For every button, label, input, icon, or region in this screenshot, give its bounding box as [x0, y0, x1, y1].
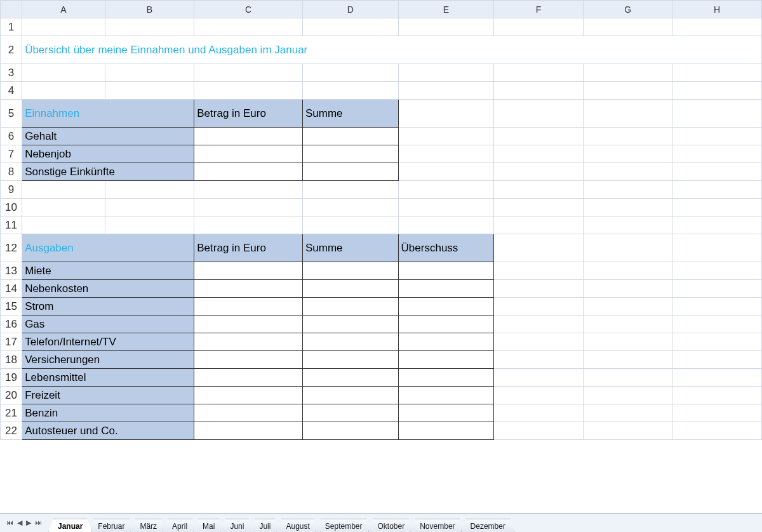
einnahmen-col-betrag[interactable]: Betrag in Euro: [194, 100, 303, 128]
cell[interactable]: [398, 351, 494, 369]
ausgaben-label[interactable]: Telefon/Internet/TV: [22, 333, 194, 351]
col-header[interactable]: E: [398, 1, 494, 18]
cell[interactable]: [194, 422, 303, 440]
cell[interactable]: [302, 387, 398, 404]
cell[interactable]: [398, 422, 494, 440]
cell[interactable]: [398, 333, 494, 351]
ausgaben-label[interactable]: Nebenkosten: [22, 280, 194, 298]
row-header[interactable]: 7: [1, 145, 22, 163]
row-header[interactable]: 3: [1, 64, 22, 82]
cell[interactable]: [194, 262, 303, 280]
row-header[interactable]: 9: [1, 181, 22, 199]
row-header[interactable]: 12: [1, 234, 22, 262]
sheet-tab-mai[interactable]: Mai: [193, 519, 224, 532]
sheet-tab-september[interactable]: September: [316, 519, 372, 532]
column-headers[interactable]: A B C D E F G H: [1, 1, 762, 18]
cell[interactable]: [194, 351, 303, 369]
cell[interactable]: [398, 387, 494, 404]
sheet-tab-april[interactable]: April: [163, 519, 197, 532]
sheet-tab-august[interactable]: August: [276, 519, 319, 532]
select-all-corner[interactable]: [1, 1, 22, 18]
cell[interactable]: [302, 351, 398, 369]
ausgaben-label[interactable]: Versicherungen: [22, 351, 194, 369]
row-header[interactable]: 20: [1, 387, 22, 404]
cell[interactable]: [194, 145, 303, 163]
cell[interactable]: [194, 387, 303, 404]
row-header[interactable]: 14: [1, 280, 22, 298]
cell[interactable]: [302, 422, 398, 440]
ausgaben-label[interactable]: Freizeit: [22, 387, 194, 404]
sheet-title[interactable]: Übersicht über meine Einnahmen und Ausga…: [22, 36, 762, 64]
sheet-tab-dezember[interactable]: Dezember: [461, 519, 515, 532]
sheet-tab-februar[interactable]: Februar: [88, 519, 134, 532]
nav-next-icon[interactable]: ▶: [25, 519, 32, 527]
ausgaben-heading[interactable]: Ausgaben: [22, 234, 194, 262]
col-header[interactable]: D: [302, 1, 398, 18]
row-header[interactable]: 13: [1, 262, 22, 280]
row-header[interactable]: 16: [1, 316, 22, 333]
cell[interactable]: [302, 163, 398, 181]
worksheet-grid[interactable]: A B C D E F G H 1 2 Übersicht über meine…: [0, 0, 762, 440]
row-header[interactable]: 15: [1, 298, 22, 316]
nav-prev-icon[interactable]: ◀: [16, 519, 23, 527]
einnahmen-label[interactable]: Sonstige Einkünfte: [22, 163, 194, 181]
ausgaben-label[interactable]: Lebensmittel: [22, 369, 194, 387]
cell[interactable]: [194, 128, 303, 145]
row-header[interactable]: 2: [1, 36, 22, 64]
ausgaben-col-summe[interactable]: Summe: [302, 234, 398, 262]
ausgaben-label[interactable]: Gas: [22, 316, 194, 333]
row-header[interactable]: 1: [1, 18, 22, 36]
col-header[interactable]: F: [494, 1, 584, 18]
einnahmen-heading[interactable]: Einnahmen: [22, 100, 194, 128]
row-header[interactable]: 10: [1, 199, 22, 216]
row-header[interactable]: 19: [1, 369, 22, 387]
row-header[interactable]: 8: [1, 163, 22, 181]
cell[interactable]: [398, 316, 494, 333]
nav-first-icon[interactable]: ⏮: [5, 519, 15, 527]
cell[interactable]: [398, 298, 494, 316]
col-header[interactable]: A: [22, 1, 105, 18]
col-header[interactable]: H: [672, 1, 762, 18]
cell[interactable]: [194, 280, 303, 298]
cell[interactable]: [194, 316, 303, 333]
row-header[interactable]: 5: [1, 100, 22, 128]
sheet-tab-juni[interactable]: Juni: [220, 519, 253, 532]
cell[interactable]: [302, 404, 398, 422]
cell[interactable]: [194, 369, 303, 387]
sheet-tab-märz[interactable]: März: [130, 519, 166, 532]
einnahmen-label[interactable]: Nebenjob: [22, 145, 194, 163]
ausgaben-col-ueberschuss[interactable]: Überschuss: [398, 234, 494, 262]
cell[interactable]: [398, 262, 494, 280]
cell[interactable]: [398, 280, 494, 298]
nav-last-icon[interactable]: ⏭: [34, 519, 43, 527]
row-header[interactable]: 17: [1, 333, 22, 351]
row-header[interactable]: 4: [1, 82, 22, 100]
ausgaben-label[interactable]: Benzin: [22, 404, 194, 422]
cell[interactable]: [302, 128, 398, 145]
cell[interactable]: [194, 333, 303, 351]
row-header[interactable]: 6: [1, 128, 22, 145]
row-header[interactable]: 22: [1, 422, 22, 440]
cell[interactable]: [302, 145, 398, 163]
cell[interactable]: [302, 280, 398, 298]
sheet-tab-november[interactable]: November: [410, 519, 464, 532]
sheet-tab-oktober[interactable]: Oktober: [368, 519, 415, 532]
ausgaben-label[interactable]: Autosteuer und Co.: [22, 422, 194, 440]
cell[interactable]: [194, 404, 303, 422]
cell[interactable]: [302, 298, 398, 316]
col-header[interactable]: C: [194, 1, 303, 18]
sheet-tab-juli[interactable]: Juli: [250, 519, 280, 532]
ausgaben-col-betrag[interactable]: Betrag in Euro: [194, 234, 303, 262]
cell[interactable]: [194, 163, 303, 181]
cell[interactable]: [398, 369, 494, 387]
col-header[interactable]: B: [105, 1, 194, 18]
ausgaben-label[interactable]: Strom: [22, 298, 194, 316]
col-header[interactable]: G: [583, 1, 672, 18]
cell[interactable]: [302, 316, 398, 333]
cell[interactable]: [398, 404, 494, 422]
row-header[interactable]: 21: [1, 404, 22, 422]
row-header[interactable]: 11: [1, 216, 22, 234]
cell[interactable]: [302, 262, 398, 280]
einnahmen-col-summe[interactable]: Summe: [302, 100, 398, 128]
cell[interactable]: [194, 298, 303, 316]
